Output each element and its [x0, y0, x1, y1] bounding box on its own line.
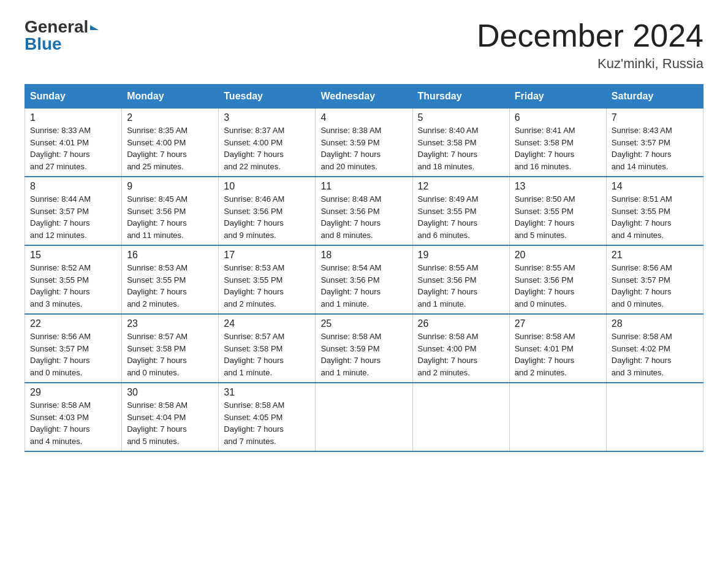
- day-number: 5: [418, 112, 504, 123]
- calendar-cell: 11Sunrise: 8:48 AM Sunset: 3:56 PM Dayli…: [316, 177, 412, 245]
- day-info: Sunrise: 8:44 AM Sunset: 3:57 PM Dayligh…: [30, 193, 116, 241]
- logo-arrow-icon: [90, 25, 99, 30]
- day-number: 22: [30, 318, 116, 329]
- day-number: 9: [127, 181, 213, 192]
- day-number: 15: [30, 250, 116, 261]
- calendar-week-row: 29Sunrise: 8:58 AM Sunset: 4:03 PM Dayli…: [25, 383, 703, 451]
- day-number: 10: [224, 181, 310, 192]
- calendar-table: SundayMondayTuesdayWednesdayThursdayFrid…: [25, 84, 703, 452]
- logo-general: General: [25, 17, 88, 36]
- calendar-week-row: 22Sunrise: 8:56 AM Sunset: 3:57 PM Dayli…: [25, 314, 703, 383]
- calendar-cell: 20Sunrise: 8:55 AM Sunset: 3:56 PM Dayli…: [509, 245, 606, 314]
- calendar-cell: 18Sunrise: 8:54 AM Sunset: 3:56 PM Dayli…: [316, 245, 412, 314]
- calendar-cell: 12Sunrise: 8:49 AM Sunset: 3:55 PM Dayli…: [412, 177, 509, 245]
- weekday-header-thursday: Thursday: [412, 85, 509, 109]
- day-info: Sunrise: 8:58 AM Sunset: 4:04 PM Dayligh…: [127, 399, 213, 447]
- calendar-cell: 3Sunrise: 8:37 AM Sunset: 4:00 PM Daylig…: [219, 109, 316, 177]
- calendar-cell: 16Sunrise: 8:53 AM Sunset: 3:55 PM Dayli…: [122, 245, 219, 314]
- day-number: 25: [320, 318, 407, 329]
- calendar-title: December 2024: [477, 18, 703, 53]
- calendar-cell: 2Sunrise: 8:35 AM Sunset: 4:00 PM Daylig…: [122, 109, 219, 177]
- weekday-header-sunday: Sunday: [25, 85, 122, 109]
- day-info: Sunrise: 8:43 AM Sunset: 3:57 PM Dayligh…: [612, 124, 698, 172]
- day-info: Sunrise: 8:48 AM Sunset: 3:56 PM Dayligh…: [320, 193, 407, 241]
- day-number: 4: [320, 112, 407, 123]
- day-info: Sunrise: 8:37 AM Sunset: 4:00 PM Dayligh…: [224, 124, 310, 172]
- day-number: 1: [30, 112, 116, 123]
- day-number: 24: [224, 318, 310, 329]
- day-number: 7: [612, 112, 698, 123]
- weekday-header-monday: Monday: [122, 85, 219, 109]
- day-info: Sunrise: 8:41 AM Sunset: 3:58 PM Dayligh…: [515, 124, 601, 172]
- weekday-header-friday: Friday: [509, 85, 606, 109]
- title-block: December 2024 Kuz'minki, Russia: [477, 18, 703, 72]
- day-info: Sunrise: 8:54 AM Sunset: 3:56 PM Dayligh…: [320, 262, 407, 310]
- logo-blue: Blue: [25, 34, 62, 53]
- calendar-cell: 1Sunrise: 8:33 AM Sunset: 4:01 PM Daylig…: [25, 109, 122, 177]
- day-info: Sunrise: 8:38 AM Sunset: 3:59 PM Dayligh…: [320, 124, 407, 172]
- day-info: Sunrise: 8:58 AM Sunset: 4:01 PM Dayligh…: [515, 331, 601, 378]
- day-number: 20: [515, 250, 601, 261]
- day-info: Sunrise: 8:58 AM Sunset: 4:05 PM Dayligh…: [224, 399, 310, 447]
- weekday-header-wednesday: Wednesday: [316, 85, 412, 109]
- day-info: Sunrise: 8:56 AM Sunset: 3:57 PM Dayligh…: [612, 262, 698, 310]
- day-number: 23: [127, 318, 213, 329]
- calendar-week-row: 8Sunrise: 8:44 AM Sunset: 3:57 PM Daylig…: [25, 177, 703, 245]
- calendar-cell: 13Sunrise: 8:50 AM Sunset: 3:55 PM Dayli…: [509, 177, 606, 245]
- day-info: Sunrise: 8:40 AM Sunset: 3:58 PM Dayligh…: [418, 124, 504, 172]
- day-info: Sunrise: 8:55 AM Sunset: 3:56 PM Dayligh…: [515, 262, 601, 310]
- day-info: Sunrise: 8:56 AM Sunset: 3:57 PM Dayligh…: [30, 331, 116, 378]
- calendar-cell: [316, 383, 412, 451]
- day-number: 30: [127, 387, 213, 398]
- day-number: 12: [418, 181, 504, 192]
- calendar-cell: 22Sunrise: 8:56 AM Sunset: 3:57 PM Dayli…: [25, 314, 122, 383]
- day-number: 21: [612, 250, 698, 261]
- day-info: Sunrise: 8:58 AM Sunset: 4:03 PM Dayligh…: [30, 399, 116, 447]
- day-info: Sunrise: 8:58 AM Sunset: 4:02 PM Dayligh…: [612, 331, 698, 378]
- calendar-cell: 19Sunrise: 8:55 AM Sunset: 3:56 PM Dayli…: [412, 245, 509, 314]
- day-info: Sunrise: 8:51 AM Sunset: 3:55 PM Dayligh…: [612, 193, 698, 241]
- calendar-cell: 26Sunrise: 8:58 AM Sunset: 4:00 PM Dayli…: [412, 314, 509, 383]
- calendar-cell: 5Sunrise: 8:40 AM Sunset: 3:58 PM Daylig…: [412, 109, 509, 177]
- day-number: 29: [30, 387, 116, 398]
- weekday-header-tuesday: Tuesday: [219, 85, 316, 109]
- calendar-cell: 4Sunrise: 8:38 AM Sunset: 3:59 PM Daylig…: [316, 109, 412, 177]
- calendar-cell: [606, 383, 703, 451]
- calendar-cell: 30Sunrise: 8:58 AM Sunset: 4:04 PM Dayli…: [122, 383, 219, 451]
- calendar-cell: 31Sunrise: 8:58 AM Sunset: 4:05 PM Dayli…: [219, 383, 316, 451]
- day-number: 17: [224, 250, 310, 261]
- day-info: Sunrise: 8:35 AM Sunset: 4:00 PM Dayligh…: [127, 124, 213, 172]
- calendar-cell: [509, 383, 606, 451]
- calendar-cell: 29Sunrise: 8:58 AM Sunset: 4:03 PM Dayli…: [25, 383, 122, 451]
- day-info: Sunrise: 8:55 AM Sunset: 3:56 PM Dayligh…: [418, 262, 504, 310]
- calendar-cell: 28Sunrise: 8:58 AM Sunset: 4:02 PM Dayli…: [606, 314, 703, 383]
- calendar-cell: 21Sunrise: 8:56 AM Sunset: 3:57 PM Dayli…: [606, 245, 703, 314]
- calendar-cell: 17Sunrise: 8:53 AM Sunset: 3:55 PM Dayli…: [219, 245, 316, 314]
- day-number: 28: [612, 318, 698, 329]
- day-info: Sunrise: 8:49 AM Sunset: 3:55 PM Dayligh…: [418, 193, 504, 241]
- calendar-cell: 24Sunrise: 8:57 AM Sunset: 3:58 PM Dayli…: [219, 314, 316, 383]
- day-info: Sunrise: 8:46 AM Sunset: 3:56 PM Dayligh…: [224, 193, 310, 241]
- calendar-cell: 15Sunrise: 8:52 AM Sunset: 3:55 PM Dayli…: [25, 245, 122, 314]
- day-number: 18: [320, 250, 407, 261]
- day-info: Sunrise: 8:57 AM Sunset: 3:58 PM Dayligh…: [127, 331, 213, 378]
- day-number: 27: [515, 318, 601, 329]
- calendar-week-row: 1Sunrise: 8:33 AM Sunset: 4:01 PM Daylig…: [25, 109, 703, 177]
- day-number: 26: [418, 318, 504, 329]
- day-info: Sunrise: 8:58 AM Sunset: 3:59 PM Dayligh…: [320, 331, 407, 378]
- day-number: 3: [224, 112, 310, 123]
- calendar-cell: 6Sunrise: 8:41 AM Sunset: 3:58 PM Daylig…: [509, 109, 606, 177]
- day-number: 14: [612, 181, 698, 192]
- page-header: General Blue December 2024 Kuz'minki, Ru…: [25, 18, 703, 72]
- logo: General Blue: [25, 18, 99, 53]
- calendar-cell: 23Sunrise: 8:57 AM Sunset: 3:58 PM Dayli…: [122, 314, 219, 383]
- calendar-cell: 14Sunrise: 8:51 AM Sunset: 3:55 PM Dayli…: [606, 177, 703, 245]
- day-number: 13: [515, 181, 601, 192]
- day-number: 19: [418, 250, 504, 261]
- day-info: Sunrise: 8:58 AM Sunset: 4:00 PM Dayligh…: [418, 331, 504, 378]
- calendar-subtitle: Kuz'minki, Russia: [477, 56, 703, 72]
- day-info: Sunrise: 8:53 AM Sunset: 3:55 PM Dayligh…: [224, 262, 310, 310]
- day-info: Sunrise: 8:52 AM Sunset: 3:55 PM Dayligh…: [30, 262, 116, 310]
- day-info: Sunrise: 8:45 AM Sunset: 3:56 PM Dayligh…: [127, 193, 213, 241]
- day-info: Sunrise: 8:57 AM Sunset: 3:58 PM Dayligh…: [224, 331, 310, 378]
